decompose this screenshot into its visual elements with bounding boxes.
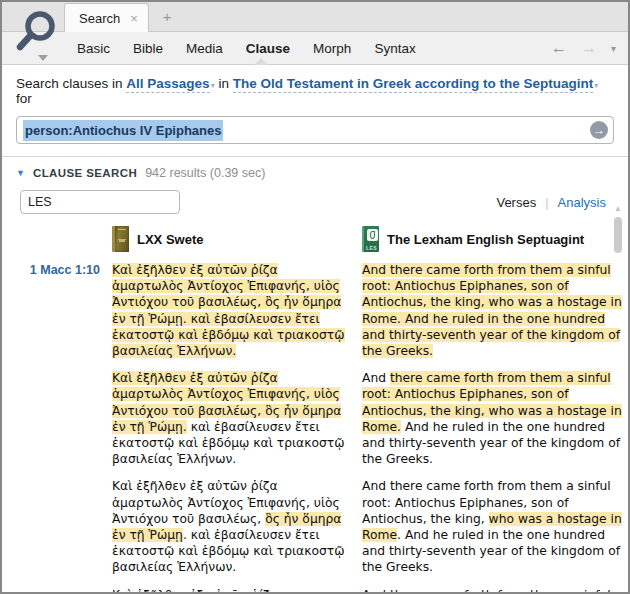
result-row: Καὶ ἐξῆλθεν ἐξ αὐτῶν ῥίζα ἁμαρτωλὸς Ἀντί… bbox=[2, 587, 628, 594]
search-type-toolbar: Basic Bible Media Clause Morph Syntax ← … bbox=[2, 32, 628, 64]
verse-text: . And he ruled in the one hundred and th… bbox=[362, 528, 620, 574]
verse-reference bbox=[14, 370, 100, 467]
search-icon[interactable] bbox=[14, 9, 58, 53]
active-tab-indicator bbox=[254, 58, 268, 65]
tab-close-icon[interactable]: × bbox=[130, 12, 138, 25]
tab-search[interactable]: Search × bbox=[64, 3, 149, 32]
greek-verse-cell: Καὶ ἐξῆλθεν ἐξ αὐτῶν ῥίζα ἁμαρτωλὸς Ἀντί… bbox=[112, 478, 350, 575]
scope-sentence: Search clauses in All Passages▾ in The O… bbox=[16, 76, 614, 106]
forward-arrow-icon: → bbox=[581, 39, 597, 57]
english-verse-cell: And there came forth from them a sinful … bbox=[362, 587, 624, 594]
query-selected-text[interactable]: person:Antiochus IV Epiphanes bbox=[23, 120, 223, 141]
english-verse-cell: And there came forth from them a sinful … bbox=[362, 370, 624, 467]
chevron-down-icon: ▾ bbox=[211, 81, 215, 90]
verse-reference[interactable]: 1 Macc 1:10 bbox=[14, 262, 100, 359]
view-switcher: Verses | Analysis bbox=[496, 195, 606, 210]
column-header-english[interactable]: LES The Lexham English Septuagint bbox=[362, 226, 624, 252]
new-tab-button[interactable]: + bbox=[163, 8, 172, 31]
back-arrow-icon[interactable]: ← bbox=[551, 39, 567, 57]
panel-icon-area bbox=[2, 2, 64, 66]
tab-basic[interactable]: Basic bbox=[77, 41, 110, 56]
vertical-scrollbar[interactable]: ▲ bbox=[612, 204, 624, 588]
results-controls: Verses | Analysis bbox=[2, 186, 628, 220]
search-scope-panel: Search clauses in All Passages▾ in The O… bbox=[2, 64, 628, 157]
chevron-down-icon: ▾ bbox=[594, 81, 598, 90]
greek-verse-cell: Καὶ ἐξῆλθεν ἐξ αὐτῶν ῥίζα ἁμαρτωλὸς Ἀντί… bbox=[112, 370, 350, 467]
result-row: Καὶ ἐξῆλθεν ἐξ αὐτῶν ῥίζα ἁμαρτωλὸς Ἀντί… bbox=[2, 478, 628, 575]
search-panel-window: Search × + Basic Bible Media Clause Morp… bbox=[0, 0, 630, 594]
greek-verse-cell: Καὶ ἐξῆλθεν ἐξ αὐτῶν ῥίζα ἁμαρτωλὸς Ἀντί… bbox=[112, 587, 350, 594]
passage-range-dropdown[interactable]: All Passages bbox=[126, 76, 209, 93]
menu-dropdown-icon[interactable]: ▾ bbox=[611, 43, 616, 54]
column-title-english: The Lexham English Septuagint bbox=[387, 232, 584, 247]
view-analysis-link[interactable]: Analysis bbox=[558, 195, 606, 210]
match-highlight: And there came forth from them a sinful … bbox=[362, 263, 622, 358]
results-count: 942 results (0.39 sec) bbox=[145, 166, 265, 180]
verse-text: Καὶ ἐξῆλθεν ἐξ αὐτῶν ῥίζα ἁμαρτωλὸς Ἀντί… bbox=[112, 588, 341, 594]
verse-text: And there came forth from them a sinful … bbox=[362, 588, 622, 594]
run-search-button[interactable]: → bbox=[590, 121, 608, 139]
view-separator: | bbox=[545, 195, 548, 210]
search-query-input[interactable]: person:Antiochus IV Epiphanes → bbox=[16, 116, 614, 144]
match-highlight: Καὶ ἐξῆλθεν ἐξ αὐτῶν ῥίζα ἁμαρτωλὸς Ἀντί… bbox=[112, 263, 345, 358]
results-list: 1 Macc 1:10Καὶ ἐξῆλθεν ἐξ αὐτῶν ῥίζα ἁμα… bbox=[2, 262, 628, 594]
verse-reference bbox=[14, 587, 100, 594]
scrollbar-thumb[interactable] bbox=[614, 217, 622, 253]
verse-text: And bbox=[362, 371, 390, 385]
lxx-swete-book-icon bbox=[112, 226, 129, 252]
view-verses-link[interactable]: Verses bbox=[496, 195, 536, 210]
verse-text: And he ruled in the one hundred and thir… bbox=[362, 420, 620, 466]
greek-verse-cell: Καὶ ἐξῆλθεν ἐξ αὐτῶν ῥίζα ἁμαρτωλὸς Ἀντί… bbox=[112, 262, 350, 359]
scope-suffix: for bbox=[16, 91, 32, 106]
verse-reference bbox=[14, 478, 100, 575]
column-header-greek[interactable]: LXX Swete bbox=[112, 226, 350, 252]
tab-morph[interactable]: Morph bbox=[313, 41, 351, 56]
corpus-dropdown[interactable]: The Old Testament in Greek according to … bbox=[233, 76, 594, 93]
tab-syntax[interactable]: Syntax bbox=[374, 41, 415, 56]
tab-bible[interactable]: Bible bbox=[133, 41, 163, 56]
result-row: 1 Macc 1:10Καὶ ἐξῆλθεν ἐξ αὐτῶν ῥίζα ἁμα… bbox=[2, 262, 628, 359]
column-headers: LXX Swete LES The Lexham English Septuag… bbox=[2, 226, 628, 252]
tab-media[interactable]: Media bbox=[186, 41, 223, 56]
scope-prefix: Search clauses in bbox=[16, 76, 123, 91]
english-verse-cell: And there came forth from them a sinful … bbox=[362, 478, 624, 575]
panel-menu-caret-icon[interactable] bbox=[38, 55, 48, 61]
english-verse-cell: And there came forth from them a sinful … bbox=[362, 262, 624, 359]
scope-mid: in bbox=[218, 76, 229, 91]
results-section-header: ▼ CLAUSE SEARCH 942 results (0.39 sec) bbox=[2, 157, 628, 186]
tab-strip: Search × + bbox=[2, 2, 628, 32]
result-row: Καὶ ἐξῆλθεν ἐξ αὐτῶν ῥίζα ἁμαρτωλὸς Ἀντί… bbox=[2, 370, 628, 467]
results-section-title: CLAUSE SEARCH bbox=[33, 167, 137, 179]
les-book-icon: LES bbox=[362, 226, 379, 252]
scroll-up-arrow-icon[interactable]: ▲ bbox=[612, 204, 624, 213]
tab-clause[interactable]: Clause bbox=[246, 41, 290, 56]
history-nav: ← → ▾ bbox=[551, 32, 616, 64]
version-filter-input[interactable] bbox=[20, 190, 180, 214]
column-title-greek: LXX Swete bbox=[137, 232, 203, 247]
collapse-triangle-icon[interactable]: ▼ bbox=[16, 168, 25, 178]
tab-title: Search bbox=[79, 11, 120, 26]
